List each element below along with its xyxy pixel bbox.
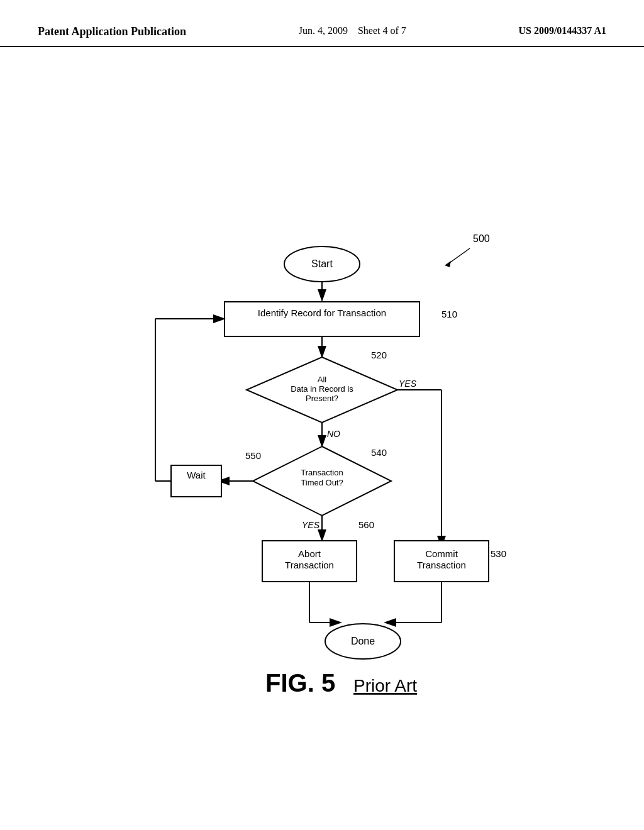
label-520: 520 — [371, 350, 387, 360]
label-540: 540 — [371, 447, 387, 458]
svg-marker-2 — [445, 261, 451, 267]
label-560: 560 — [358, 519, 374, 530]
label-530: 530 — [491, 548, 506, 559]
publication-title: Patent Application Publication — [38, 25, 186, 38]
yes-label-520: YES — [399, 379, 417, 389]
abort-node: Abort — [298, 548, 321, 559]
page-header: Patent Application Publication Jun. 4, 2… — [0, 25, 644, 47]
label-550: 550 — [245, 450, 261, 461]
commit-node: Commit — [425, 548, 458, 559]
yes-label-540: YES — [302, 520, 320, 530]
svg-text:Transaction: Transaction — [417, 560, 466, 570]
start-node: Start — [311, 258, 333, 269]
svg-line-1 — [448, 248, 470, 264]
wait-node: Wait — [187, 470, 206, 480]
label-510: 510 — [441, 309, 457, 319]
svg-text:Transaction: Transaction — [285, 560, 334, 570]
svg-text:Data in Record is: Data in Record is — [291, 384, 353, 394]
identify-node: Identify Record for Transaction — [258, 307, 386, 318]
flowchart-svg: 500 Start 510 Identify Record for Transa… — [108, 126, 536, 742]
publication-date-sheet: Jun. 4, 2009 Sheet 4 of 7 — [299, 25, 406, 36]
ref-500: 500 — [473, 233, 490, 244]
svg-text:Timed Out?: Timed Out? — [301, 478, 343, 487]
prior-art-label: Prior Art — [353, 676, 417, 695]
sheet-number: Sheet 4 of 7 — [358, 25, 406, 36]
no-label-520-down: NO — [327, 429, 340, 439]
svg-text:Transaction: Transaction — [301, 468, 343, 477]
svg-text:Present?: Present? — [306, 394, 338, 403]
figure-label: FIG. 5 — [265, 669, 335, 697]
publication-date: Jun. 4, 2009 — [299, 25, 348, 36]
done-node: Done — [351, 636, 375, 646]
diagram-area: 500 Start 510 Identify Record for Transa… — [0, 75, 644, 792]
svg-text:All: All — [318, 375, 327, 384]
patent-number: US 2009/0144337 A1 — [518, 25, 606, 36]
